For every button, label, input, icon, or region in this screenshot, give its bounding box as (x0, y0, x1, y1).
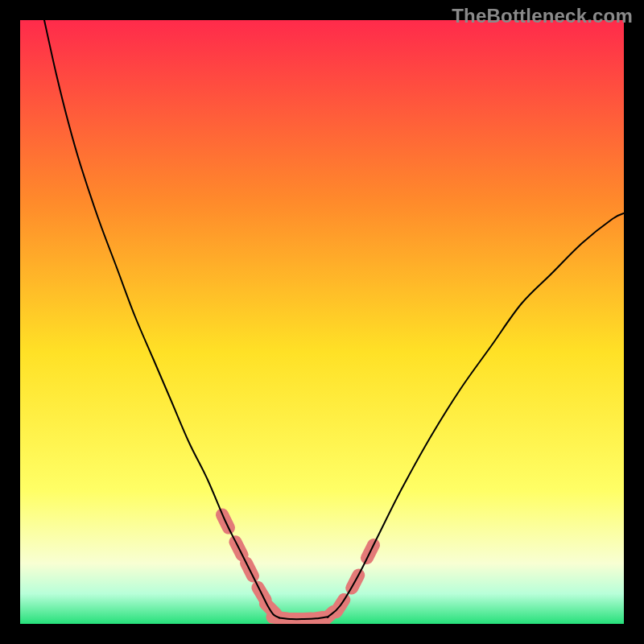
chart-frame: TheBottleneck.com (0, 0, 644, 644)
watermark-text: TheBottleneck.com (452, 5, 633, 27)
gradient-background (20, 20, 624, 624)
plot-area (20, 20, 624, 624)
plot-svg (20, 20, 624, 624)
